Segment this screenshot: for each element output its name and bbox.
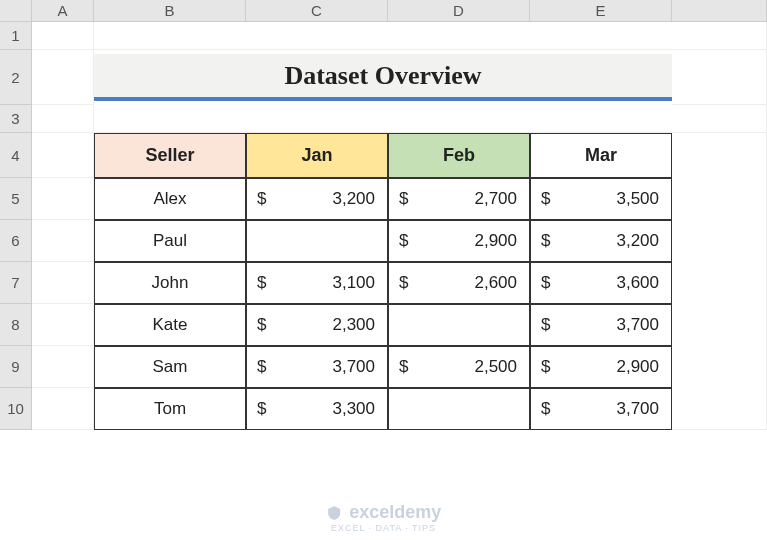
currency-symbol: $	[541, 273, 550, 293]
amount-value: 2,500	[474, 357, 517, 377]
row-header-10[interactable]: 10	[0, 388, 32, 430]
cell-jan[interactable]: $3,100	[246, 262, 388, 304]
amount-value: 2,900	[474, 231, 517, 251]
row-header-4[interactable]: 4	[0, 133, 32, 178]
cell-A2[interactable]	[32, 50, 94, 105]
cell-A4[interactable]	[32, 133, 94, 178]
cell-jan[interactable]: $3,200	[246, 178, 388, 220]
amount-value: 3,200	[332, 189, 375, 209]
watermark-brand: exceldemy	[349, 502, 441, 522]
cell-jan[interactable]	[246, 220, 388, 262]
currency-symbol: $	[257, 273, 266, 293]
cell-seller[interactable]: Alex	[94, 178, 246, 220]
row-header-9[interactable]: 9	[0, 346, 32, 388]
currency-symbol: $	[257, 189, 266, 209]
row-header-8[interactable]: 8	[0, 304, 32, 346]
cell-jan[interactable]: $3,300	[246, 388, 388, 430]
page-title: Dataset Overview	[94, 54, 672, 101]
cell-feb[interactable]: $2,700	[388, 178, 530, 220]
amount-value: 2,900	[616, 357, 659, 377]
currency-symbol: $	[541, 189, 550, 209]
currency-symbol: $	[399, 357, 408, 377]
amount-value: 3,300	[332, 399, 375, 419]
cell-row3[interactable]	[94, 105, 767, 133]
row-header-2[interactable]: 2	[0, 50, 32, 105]
header-mar[interactable]: Mar	[530, 133, 672, 178]
amount-value: 2,700	[474, 189, 517, 209]
cell-mar[interactable]: $2,900	[530, 346, 672, 388]
currency-symbol: $	[541, 231, 550, 251]
amount-value: 2,300	[332, 315, 375, 335]
currency-symbol: $	[399, 231, 408, 251]
cell-A8[interactable]	[32, 304, 94, 346]
col-header-C[interactable]: C	[246, 0, 388, 22]
cell-rows-extra[interactable]	[672, 133, 767, 430]
amount-value: 3,700	[616, 399, 659, 419]
currency-symbol: $	[541, 357, 550, 377]
row-header-3[interactable]: 3	[0, 105, 32, 133]
cell-mar[interactable]: $3,500	[530, 178, 672, 220]
amount-value: 3,200	[616, 231, 659, 251]
row-header-5[interactable]: 5	[0, 178, 32, 220]
watermark-tagline: EXCEL · DATA · TIPS	[326, 524, 442, 534]
cell-seller[interactable]: John	[94, 262, 246, 304]
amount-value: 3,100	[332, 273, 375, 293]
row-header-1[interactable]: 1	[0, 22, 32, 50]
row-header-6[interactable]: 6	[0, 220, 32, 262]
col-header-A[interactable]: A	[32, 0, 94, 22]
cell-row1[interactable]	[94, 22, 767, 50]
header-feb[interactable]: Feb	[388, 133, 530, 178]
cell-seller[interactable]: Kate	[94, 304, 246, 346]
cell-feb[interactable]: $2,900	[388, 220, 530, 262]
cell-A6[interactable]	[32, 220, 94, 262]
amount-value: 2,600	[474, 273, 517, 293]
cell-mar[interactable]: $3,600	[530, 262, 672, 304]
currency-symbol: $	[257, 315, 266, 335]
cell-mar[interactable]: $3,700	[530, 388, 672, 430]
currency-symbol: $	[541, 399, 550, 419]
row-header-7[interactable]: 7	[0, 262, 32, 304]
amount-value: 3,700	[332, 357, 375, 377]
cell-A9[interactable]	[32, 346, 94, 388]
currency-symbol: $	[541, 315, 550, 335]
cell-seller[interactable]: Tom	[94, 388, 246, 430]
amount-value: 3,700	[616, 315, 659, 335]
currency-symbol: $	[399, 273, 408, 293]
cell-A3[interactable]	[32, 105, 94, 133]
cell-seller[interactable]: Sam	[94, 346, 246, 388]
currency-symbol: $	[399, 189, 408, 209]
cell-row2-extra[interactable]	[672, 50, 767, 105]
cell-jan[interactable]: $2,300	[246, 304, 388, 346]
col-header-B[interactable]: B	[94, 0, 246, 22]
cell-A10[interactable]	[32, 388, 94, 430]
cell-A5[interactable]	[32, 178, 94, 220]
currency-symbol: $	[257, 399, 266, 419]
cell-feb[interactable]: $2,600	[388, 262, 530, 304]
cell-mar[interactable]: $3,200	[530, 220, 672, 262]
amount-value: 3,600	[616, 273, 659, 293]
currency-symbol: $	[257, 357, 266, 377]
data-table: Seller Jan Feb Mar Alex$3,200$2,700$3,50…	[94, 133, 672, 430]
cell-jan[interactable]: $3,700	[246, 346, 388, 388]
watermark: exceldemy EXCEL · DATA · TIPS	[326, 503, 442, 534]
cell-A1[interactable]	[32, 22, 94, 50]
col-header-extra[interactable]	[672, 0, 767, 22]
cell-feb[interactable]: $2,500	[388, 346, 530, 388]
spreadsheet-grid: A B C D E 1 2 Dataset Overview 3 4 Selle…	[0, 0, 767, 430]
cell-feb[interactable]	[388, 388, 530, 430]
col-header-E[interactable]: E	[530, 0, 672, 22]
header-seller[interactable]: Seller	[94, 133, 246, 178]
corner-select-all[interactable]	[0, 0, 32, 22]
col-header-D[interactable]: D	[388, 0, 530, 22]
cell-feb[interactable]	[388, 304, 530, 346]
cell-mar[interactable]: $3,700	[530, 304, 672, 346]
header-jan[interactable]: Jan	[246, 133, 388, 178]
amount-value: 3,500	[616, 189, 659, 209]
cell-seller[interactable]: Paul	[94, 220, 246, 262]
watermark-icon	[326, 505, 342, 524]
cell-A7[interactable]	[32, 262, 94, 304]
